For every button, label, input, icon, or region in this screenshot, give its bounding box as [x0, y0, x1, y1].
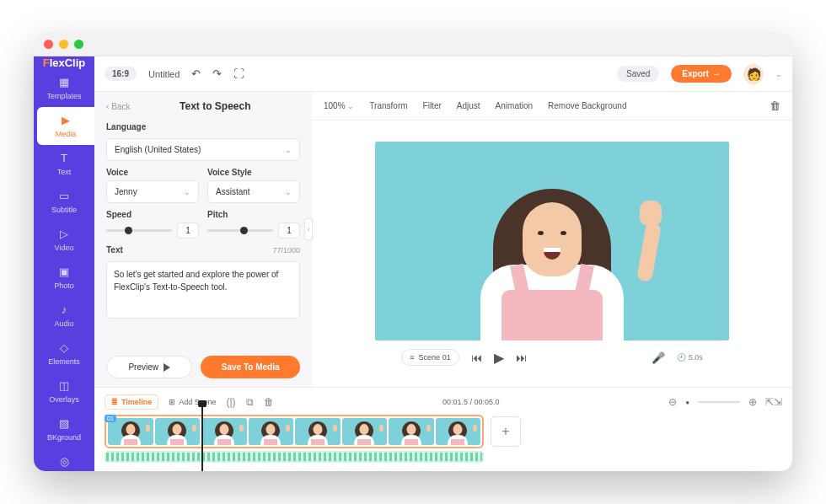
- split-icon[interactable]: (|): [226, 396, 235, 408]
- sidebar-item-subtitle[interactable]: ▭Subtitle: [34, 183, 94, 221]
- duration-chip[interactable]: 🕘5.0s: [677, 353, 703, 362]
- sidebar-item-text[interactable]: TText: [34, 145, 94, 183]
- speed-label: Speed: [106, 210, 199, 219]
- clip-number-badge: 01: [105, 415, 116, 422]
- collapse-panel-button[interactable]: ‹: [304, 218, 313, 240]
- delete-icon[interactable]: 🗑: [770, 99, 780, 112]
- tts-panel: ‹Back Text to Speech Language English (U…: [94, 92, 312, 387]
- mac-titlebar: [34, 33, 792, 56]
- save-to-media-button[interactable]: Save To Media: [201, 356, 300, 378]
- templates-icon: ▦: [59, 76, 69, 88]
- clip-thumb: [342, 418, 388, 445]
- voice-select[interactable]: Jenny⌄: [106, 180, 199, 203]
- text-icon: T: [61, 152, 67, 164]
- playhead[interactable]: [201, 405, 203, 471]
- plus-box-icon: ⊞: [169, 398, 175, 406]
- mic-icon[interactable]: 🎤: [652, 351, 665, 364]
- aspect-ratio[interactable]: 16:9: [105, 67, 137, 81]
- minimize-dot[interactable]: [59, 40, 68, 49]
- timeline-icon: ≣: [111, 398, 118, 406]
- filter-button[interactable]: Filter: [423, 101, 442, 110]
- tts-textarea[interactable]: So let's get started and explore the pow…: [106, 261, 300, 319]
- elements-icon: ◇: [60, 341, 68, 354]
- canvas-area: 100% ⌄ Transform Filter Adjust Animation…: [312, 92, 792, 387]
- video-clip[interactable]: 01: [105, 415, 484, 448]
- prev-icon[interactable]: ⏮: [471, 351, 482, 364]
- maximize-dot[interactable]: [74, 40, 83, 49]
- adjust-button[interactable]: Adjust: [457, 101, 480, 110]
- text-label: Text: [106, 245, 123, 255]
- subtitle-icon: ▭: [59, 190, 69, 202]
- app-window: FlexClip ▦Templates ▶Media TText ▭Subtit…: [34, 33, 792, 471]
- remove-bg-button[interactable]: Remove Background: [548, 101, 626, 110]
- sidebar-item-overlays[interactable]: ◫Overlays: [34, 373, 94, 410]
- timeline-track: 01 +: [105, 415, 782, 463]
- avatar-chevron-icon[interactable]: ⌄: [775, 70, 782, 78]
- topbar: 16:9 Untitled ↶ ↷ ⛶ Saved Export→ 🧑 ⌄: [94, 56, 792, 92]
- add-scene-button[interactable]: ⊞Add Scene: [169, 398, 216, 406]
- speed-slider[interactable]: [106, 229, 172, 232]
- zoom-slider[interactable]: [698, 401, 740, 403]
- overlays-icon: ◫: [59, 379, 69, 392]
- sidebar-item-bkground[interactable]: ▨BKground: [34, 410, 94, 448]
- pitch-slider[interactable]: [207, 229, 273, 232]
- timeline-time: 00:01.5 / 00:05.0: [442, 398, 500, 406]
- trash-icon[interactable]: 🗑: [264, 396, 274, 408]
- copy-icon[interactable]: ⧉: [246, 396, 254, 408]
- sidebar-item-audio[interactable]: ♪Audio: [34, 297, 94, 335]
- speed-value[interactable]: 1: [177, 223, 199, 239]
- transform-button[interactable]: Transform: [369, 101, 407, 110]
- style-label: Voice Style: [207, 168, 300, 177]
- fullscreen-icon[interactable]: ⛶: [233, 67, 244, 80]
- zoom-select[interactable]: 100% ⌄: [324, 101, 354, 110]
- video-preview[interactable]: [375, 142, 729, 340]
- language-select[interactable]: English (United States)⌄: [106, 138, 300, 161]
- sidebar-item-video[interactable]: ▷Video: [34, 221, 94, 259]
- bkground-icon: ▨: [59, 417, 69, 430]
- sidebar: FlexClip ▦Templates ▶Media TText ▭Subtit…: [34, 56, 94, 471]
- clip-thumb: [295, 418, 341, 445]
- clock-icon: 🕘: [677, 353, 686, 362]
- sidebar-item-photo[interactable]: ▣Photo: [34, 259, 94, 297]
- char-counter: 77/1000: [272, 246, 300, 255]
- fit-icon[interactable]: ⇱⇲: [765, 396, 782, 408]
- sidebar-item-media[interactable]: ▶Media: [37, 107, 94, 145]
- language-label: Language: [106, 122, 300, 131]
- project-name[interactable]: Untitled: [148, 69, 180, 79]
- play-icon[interactable]: ▶: [494, 350, 504, 366]
- sidebar-item-templates[interactable]: ▦Templates: [34, 69, 94, 107]
- sidebar-item-branding[interactable]: ◎Branding: [34, 448, 94, 471]
- audio-icon: ♪: [62, 303, 67, 316]
- clip-thumb: [155, 418, 201, 445]
- user-avatar[interactable]: 🧑: [743, 64, 764, 84]
- zoom-in-icon[interactable]: ⊕: [748, 396, 757, 408]
- clip-thumb: [436, 418, 481, 445]
- menu-icon: ≡: [410, 353, 414, 362]
- voice-label: Voice: [106, 168, 199, 177]
- pitch-value[interactable]: 1: [278, 223, 300, 239]
- main-area: 16:9 Untitled ↶ ↷ ⛶ Saved Export→ 🧑 ⌄ ‹B…: [94, 56, 792, 471]
- next-icon[interactable]: ⏭: [516, 351, 527, 364]
- clip-thumb: [249, 418, 294, 445]
- redo-icon[interactable]: ↷: [212, 67, 222, 80]
- export-button[interactable]: Export→: [671, 65, 732, 83]
- stage: ≡Scene 01 ⏮ ▶ ⏭ 🎤 🕘5.0s: [312, 121, 792, 387]
- preview-button[interactable]: Preview: [106, 356, 192, 378]
- chevron-left-icon: ‹: [106, 102, 109, 111]
- back-button[interactable]: ‹Back: [106, 102, 131, 111]
- style-select[interactable]: Assistant⌄: [207, 180, 300, 203]
- scene-chip[interactable]: ≡Scene 01: [401, 349, 459, 366]
- sidebar-item-elements[interactable]: ◇Elements: [34, 335, 94, 373]
- clip-thumb: [389, 418, 434, 445]
- chevron-down-icon: ⌄: [285, 188, 292, 196]
- close-dot[interactable]: [44, 40, 53, 49]
- animation-button[interactable]: Animation: [496, 101, 533, 110]
- add-clip-button[interactable]: +: [491, 416, 521, 447]
- zoom-out-icon[interactable]: ⊖: [668, 396, 677, 408]
- audio-track[interactable]: [105, 451, 484, 463]
- timeline-tab[interactable]: ≣Timeline: [105, 394, 158, 410]
- workspace: ‹Back Text to Speech Language English (U…: [94, 92, 792, 387]
- video-icon: ▷: [60, 228, 68, 240]
- undo-icon[interactable]: ↶: [191, 67, 201, 80]
- clip-thumb: [201, 418, 247, 445]
